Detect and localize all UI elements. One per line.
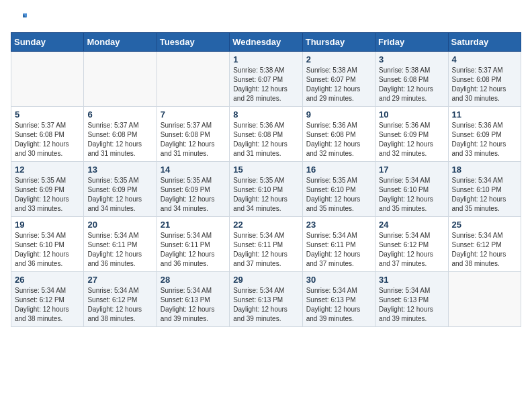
weekday-header-wednesday: Wednesday: [230, 33, 302, 52]
day-number: 14: [161, 165, 226, 175]
calendar-cell: 22Sunrise: 5:34 AM Sunset: 6:11 PM Dayli…: [230, 217, 302, 272]
calendar-cell: 30Sunrise: 5:34 AM Sunset: 6:13 PM Dayli…: [302, 272, 375, 327]
calendar-cell: [11, 52, 84, 107]
day-info: Sunrise: 5:34 AM Sunset: 6:12 PM Dayligh…: [452, 231, 517, 269]
day-number: 2: [306, 54, 371, 64]
day-number: 31: [379, 275, 444, 285]
calendar-cell: 2Sunrise: 5:38 AM Sunset: 6:07 PM Daylig…: [302, 52, 375, 107]
calendar-cell: 4Sunrise: 5:37 AM Sunset: 6:08 PM Daylig…: [448, 52, 521, 107]
day-number: 28: [161, 275, 226, 285]
calendar-cell: 17Sunrise: 5:34 AM Sunset: 6:10 PM Dayli…: [375, 162, 448, 217]
weekday-header-row: SundayMondayTuesdayWednesdayThursdayFrid…: [11, 33, 521, 52]
day-info: Sunrise: 5:34 AM Sunset: 6:13 PM Dayligh…: [379, 286, 444, 324]
day-info: Sunrise: 5:34 AM Sunset: 6:10 PM Dayligh…: [15, 231, 80, 269]
day-info: Sunrise: 5:35 AM Sunset: 6:10 PM Dayligh…: [306, 176, 371, 214]
calendar-cell: 11Sunrise: 5:36 AM Sunset: 6:09 PM Dayli…: [448, 107, 521, 162]
day-info: Sunrise: 5:38 AM Sunset: 6:07 PM Dayligh…: [233, 66, 298, 103]
day-number: 1: [233, 54, 298, 64]
day-number: 12: [15, 165, 80, 175]
calendar-cell: [157, 52, 229, 107]
calendar-cell: 9Sunrise: 5:36 AM Sunset: 6:08 PM Daylig…: [302, 107, 375, 162]
day-info: Sunrise: 5:34 AM Sunset: 6:11 PM Dayligh…: [306, 231, 371, 269]
calendar-cell: 10Sunrise: 5:36 AM Sunset: 6:09 PM Dayli…: [375, 107, 448, 162]
weekday-header-tuesday: Tuesday: [157, 33, 229, 52]
calendar-cell: 26Sunrise: 5:34 AM Sunset: 6:12 PM Dayli…: [11, 272, 84, 327]
day-number: 19: [15, 220, 80, 230]
day-number: 13: [87, 165, 152, 175]
calendar-cell: 28Sunrise: 5:34 AM Sunset: 6:13 PM Dayli…: [157, 272, 229, 327]
calendar-cell: 5Sunrise: 5:37 AM Sunset: 6:08 PM Daylig…: [11, 107, 84, 162]
day-info: Sunrise: 5:34 AM Sunset: 6:13 PM Dayligh…: [233, 286, 298, 324]
calendar-cell: 18Sunrise: 5:34 AM Sunset: 6:10 PM Dayli…: [448, 162, 521, 217]
day-info: Sunrise: 5:34 AM Sunset: 6:11 PM Dayligh…: [233, 231, 298, 269]
weekday-header-monday: Monday: [84, 33, 157, 52]
day-number: 26: [15, 275, 80, 285]
day-info: Sunrise: 5:34 AM Sunset: 6:11 PM Dayligh…: [161, 231, 226, 269]
calendar-cell: 15Sunrise: 5:35 AM Sunset: 6:10 PM Dayli…: [230, 162, 302, 217]
day-number: 22: [233, 220, 298, 230]
day-number: 11: [452, 109, 517, 120]
day-info: Sunrise: 5:34 AM Sunset: 6:10 PM Dayligh…: [379, 176, 444, 214]
calendar-week-4: 19Sunrise: 5:34 AM Sunset: 6:10 PM Dayli…: [11, 217, 521, 272]
calendar-cell: 19Sunrise: 5:34 AM Sunset: 6:10 PM Dayli…: [11, 217, 84, 272]
day-number: 7: [161, 109, 226, 120]
calendar-cell: 24Sunrise: 5:34 AM Sunset: 6:12 PM Dayli…: [375, 217, 448, 272]
calendar-cell: 21Sunrise: 5:34 AM Sunset: 6:11 PM Dayli…: [157, 217, 229, 272]
calendar-cell: 1Sunrise: 5:38 AM Sunset: 6:07 PM Daylig…: [230, 52, 302, 107]
day-info: Sunrise: 5:37 AM Sunset: 6:08 PM Dayligh…: [15, 121, 80, 158]
day-number: 3: [379, 54, 444, 64]
calendar-cell: 8Sunrise: 5:36 AM Sunset: 6:08 PM Daylig…: [230, 107, 302, 162]
day-info: Sunrise: 5:36 AM Sunset: 6:08 PM Dayligh…: [233, 121, 298, 158]
day-number: 9: [306, 109, 371, 120]
day-number: 5: [15, 109, 80, 120]
day-info: Sunrise: 5:36 AM Sunset: 6:09 PM Dayligh…: [452, 121, 517, 158]
calendar-cell: 6Sunrise: 5:37 AM Sunset: 6:08 PM Daylig…: [84, 107, 157, 162]
day-number: 21: [161, 220, 226, 230]
day-number: 8: [233, 109, 298, 120]
page-header: [11, 11, 521, 27]
calendar-cell: 20Sunrise: 5:34 AM Sunset: 6:11 PM Dayli…: [84, 217, 157, 272]
weekday-header-sunday: Sunday: [11, 33, 84, 52]
calendar-week-3: 12Sunrise: 5:35 AM Sunset: 6:09 PM Dayli…: [11, 162, 521, 217]
calendar-cell: 12Sunrise: 5:35 AM Sunset: 6:09 PM Dayli…: [11, 162, 84, 217]
calendar-week-2: 5Sunrise: 5:37 AM Sunset: 6:08 PM Daylig…: [11, 107, 521, 162]
calendar-cell: 27Sunrise: 5:34 AM Sunset: 6:12 PM Dayli…: [84, 272, 157, 327]
calendar-cell: 14Sunrise: 5:35 AM Sunset: 6:09 PM Dayli…: [157, 162, 229, 217]
weekday-header-saturday: Saturday: [448, 33, 521, 52]
day-info: Sunrise: 5:35 AM Sunset: 6:09 PM Dayligh…: [87, 176, 152, 214]
day-info: Sunrise: 5:34 AM Sunset: 6:12 PM Dayligh…: [87, 286, 152, 324]
calendar-cell: 23Sunrise: 5:34 AM Sunset: 6:11 PM Dayli…: [302, 217, 375, 272]
day-info: Sunrise: 5:34 AM Sunset: 6:11 PM Dayligh…: [87, 231, 152, 269]
day-info: Sunrise: 5:37 AM Sunset: 6:08 PM Dayligh…: [87, 121, 152, 158]
day-info: Sunrise: 5:34 AM Sunset: 6:13 PM Dayligh…: [306, 286, 371, 324]
calendar-cell: 25Sunrise: 5:34 AM Sunset: 6:12 PM Dayli…: [448, 217, 521, 272]
logo-icon: [11, 11, 27, 27]
calendar-cell: 3Sunrise: 5:38 AM Sunset: 6:08 PM Daylig…: [375, 52, 448, 107]
day-number: 17: [379, 165, 444, 175]
day-number: 27: [87, 275, 152, 285]
day-number: 24: [379, 220, 444, 230]
day-number: 4: [452, 54, 517, 64]
calendar-week-5: 26Sunrise: 5:34 AM Sunset: 6:12 PM Dayli…: [11, 272, 521, 327]
logo: [11, 11, 30, 27]
day-number: 16: [306, 165, 371, 175]
calendar-cell: 16Sunrise: 5:35 AM Sunset: 6:10 PM Dayli…: [302, 162, 375, 217]
day-info: Sunrise: 5:38 AM Sunset: 6:07 PM Dayligh…: [306, 66, 371, 103]
day-info: Sunrise: 5:35 AM Sunset: 6:09 PM Dayligh…: [161, 176, 226, 214]
day-info: Sunrise: 5:36 AM Sunset: 6:09 PM Dayligh…: [379, 121, 444, 158]
day-number: 23: [306, 220, 371, 230]
day-info: Sunrise: 5:38 AM Sunset: 6:08 PM Dayligh…: [379, 66, 444, 103]
day-number: 30: [306, 275, 371, 285]
day-number: 18: [452, 165, 517, 175]
calendar-cell: 31Sunrise: 5:34 AM Sunset: 6:13 PM Dayli…: [375, 272, 448, 327]
calendar-table: SundayMondayTuesdayWednesdayThursdayFrid…: [11, 32, 521, 327]
calendar-cell: [84, 52, 157, 107]
day-info: Sunrise: 5:37 AM Sunset: 6:08 PM Dayligh…: [161, 121, 226, 158]
day-number: 6: [87, 109, 152, 120]
calendar-cell: [448, 272, 521, 327]
day-number: 10: [379, 109, 444, 120]
weekday-header-friday: Friday: [375, 33, 448, 52]
day-number: 25: [452, 220, 517, 230]
day-info: Sunrise: 5:37 AM Sunset: 6:08 PM Dayligh…: [452, 66, 517, 103]
calendar-cell: 13Sunrise: 5:35 AM Sunset: 6:09 PM Dayli…: [84, 162, 157, 217]
